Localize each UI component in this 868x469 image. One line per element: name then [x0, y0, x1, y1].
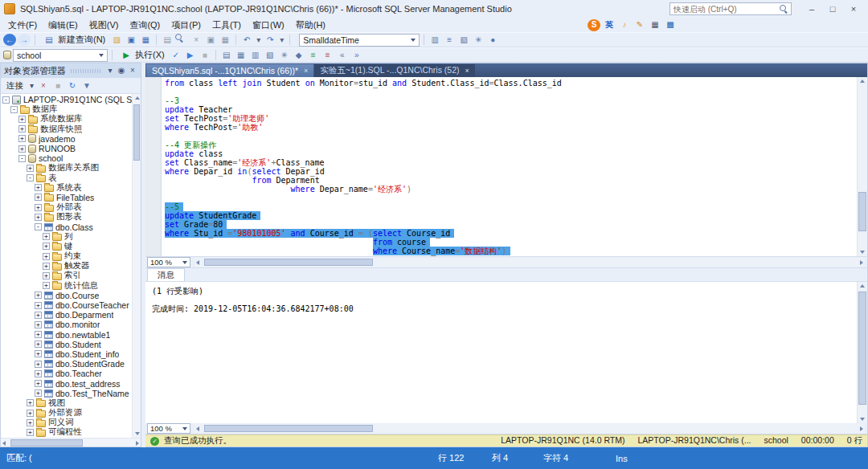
- stop-icon[interactable]: ■: [51, 80, 64, 92]
- scroll-up-icon[interactable]: [135, 96, 140, 100]
- document-tab[interactable]: SQLShiyan5.sql -...1Q1NC\Chris (66))*×: [146, 64, 313, 77]
- tree-item[interactable]: +数据库关系图: [1, 163, 132, 173]
- options-icon[interactable]: ✳: [472, 34, 485, 46]
- scrollbar-thumb[interactable]: [204, 425, 373, 432]
- tree-item[interactable]: +dbo.test_address: [1, 378, 132, 388]
- new-query-icon[interactable]: ▤: [43, 34, 55, 46]
- connect-button[interactable]: 连接: [3, 79, 27, 92]
- tree-item[interactable]: +dbo.Course: [1, 291, 132, 300]
- close-icon[interactable]: ×: [128, 65, 137, 77]
- tree-item[interactable]: +dbo.Teacher: [1, 369, 132, 378]
- messages-vscrollbar[interactable]: [857, 282, 867, 423]
- object-explorer-icon[interactable]: ▧: [457, 34, 470, 46]
- object-explorer-hscrollbar[interactable]: [1, 438, 141, 447]
- collapse-icon[interactable]: -: [18, 155, 26, 162]
- object-explorer-vscrollbar[interactable]: [132, 94, 141, 438]
- document-tab[interactable]: 实验五~1(1).SQL -...Q1NC\Chris (52)×: [314, 64, 474, 77]
- disconnect-icon[interactable]: ×: [37, 80, 50, 92]
- close-tab-icon[interactable]: ×: [304, 67, 308, 75]
- open-file-icon[interactable]: ▨: [110, 34, 123, 46]
- paste-icon[interactable]: ▦: [219, 34, 231, 46]
- scroll-down-icon[interactable]: [135, 432, 140, 435]
- scroll-right-icon[interactable]: [136, 441, 139, 446]
- find-icon[interactable]: [175, 34, 188, 46]
- expand-icon[interactable]: +: [35, 214, 42, 221]
- expand-icon[interactable]: +: [18, 116, 26, 123]
- maximize-button[interactable]: □: [822, 2, 843, 16]
- execute-button[interactable]: ▶ 执行(X): [117, 48, 168, 62]
- expand-icon[interactable]: +: [35, 341, 42, 348]
- expand-icon[interactable]: +: [35, 370, 42, 377]
- cut-icon[interactable]: ×: [190, 34, 203, 46]
- results-to-file-icon[interactable]: ▥: [249, 49, 262, 61]
- tree-item[interactable]: +系统表: [1, 183, 132, 193]
- tree-item[interactable]: -LAPTOP-JR91Q1NC (SQL Server 1: [1, 95, 132, 104]
- expand-icon[interactable]: +: [27, 419, 34, 426]
- menu-item[interactable]: 帮助(H): [290, 18, 331, 33]
- minimize-button[interactable]: –: [801, 2, 822, 16]
- messages-panel[interactable]: (1 行受影响) 完成时间: 2019-12-05T16:04:36.68421…: [145, 282, 867, 423]
- results-to-text-icon[interactable]: ▤: [220, 49, 233, 61]
- save-icon[interactable]: ▣: [125, 34, 137, 46]
- tree-item[interactable]: +dbo.Student_info: [1, 349, 132, 359]
- expand-icon[interactable]: +: [18, 145, 26, 153]
- expand-icon[interactable]: +: [27, 410, 34, 417]
- expand-icon[interactable]: +: [35, 380, 42, 387]
- window-position-icon[interactable]: ▾: [105, 65, 115, 77]
- collapse-icon[interactable]: -: [10, 106, 18, 113]
- scrollbar-thumb[interactable]: [858, 292, 866, 405]
- expand-icon[interactable]: +: [43, 263, 50, 270]
- close-button[interactable]: ×: [843, 2, 864, 16]
- scroll-left-icon[interactable]: [2, 441, 6, 446]
- menu-item[interactable]: 工具(T): [207, 18, 247, 33]
- sqlcmd-mode-icon[interactable]: ▧: [264, 49, 276, 61]
- expand-icon[interactable]: +: [35, 321, 42, 328]
- feedback-icon[interactable]: ●: [486, 34, 499, 46]
- menu-item[interactable]: 项目(P): [166, 18, 207, 33]
- scrollbar-thumb[interactable]: [204, 259, 373, 266]
- increase-indent-icon[interactable]: »: [350, 49, 363, 61]
- menu-item[interactable]: 查询(Q): [124, 18, 166, 33]
- parse-icon[interactable]: ✓: [170, 49, 182, 61]
- scrollbar-thumb[interactable]: [858, 192, 866, 231]
- tree-item[interactable]: +dbo.newtable1: [1, 330, 132, 340]
- redo-dropdown-icon[interactable]: ▾: [278, 34, 285, 46]
- expand-icon[interactable]: +: [35, 389, 42, 397]
- expand-icon[interactable]: +: [43, 233, 50, 240]
- cancel-query-icon[interactable]: ■: [199, 49, 211, 61]
- datatype-combo[interactable]: SmalldateTime: [299, 34, 420, 47]
- expand-icon[interactable]: +: [35, 184, 42, 191]
- expand-icon[interactable]: +: [27, 429, 34, 436]
- expand-icon[interactable]: +: [35, 302, 42, 309]
- expand-icon[interactable]: +: [35, 312, 42, 319]
- undo-dropdown-icon[interactable]: ▾: [255, 34, 262, 46]
- expand-icon[interactable]: +: [43, 272, 50, 279]
- scroll-right-icon[interactable]: [860, 426, 863, 431]
- menu-item[interactable]: 编辑(E): [43, 18, 84, 33]
- intellisense-icon[interactable]: ◆: [293, 49, 305, 61]
- template-explorer-icon[interactable]: ▥: [428, 34, 441, 46]
- close-tab-icon[interactable]: ×: [465, 67, 469, 75]
- ime-toolbox-icon[interactable]: ▩: [664, 19, 677, 31]
- expand-icon[interactable]: +: [35, 331, 42, 338]
- expand-icon[interactable]: +: [43, 243, 50, 250]
- database-combo[interactable]: school: [13, 49, 108, 62]
- execute-play-icon[interactable]: ▶: [120, 49, 133, 61]
- editor-vscrollbar[interactable]: [857, 77, 867, 256]
- expand-icon[interactable]: +: [18, 135, 26, 142]
- expand-icon[interactable]: +: [43, 253, 50, 260]
- scroll-right-icon[interactable]: [860, 260, 863, 265]
- quick-launch-search[interactable]: [669, 2, 792, 15]
- expand-icon[interactable]: +: [35, 350, 42, 357]
- expand-icon[interactable]: +: [27, 165, 34, 172]
- scroll-up-icon[interactable]: [860, 284, 865, 288]
- refresh-icon[interactable]: ↻: [66, 80, 79, 92]
- tree-item[interactable]: +dbo.CourseTeacher: [1, 300, 132, 310]
- query-options-icon[interactable]: ✳: [278, 49, 291, 61]
- scroll-down-icon[interactable]: [860, 251, 865, 254]
- comment-icon[interactable]: ≡: [307, 49, 320, 61]
- editor-hscrollbar[interactable]: [194, 258, 865, 267]
- menu-item[interactable]: 视图(V): [84, 18, 125, 33]
- expand-icon[interactable]: +: [18, 125, 26, 133]
- debug-icon[interactable]: ▶: [184, 49, 197, 61]
